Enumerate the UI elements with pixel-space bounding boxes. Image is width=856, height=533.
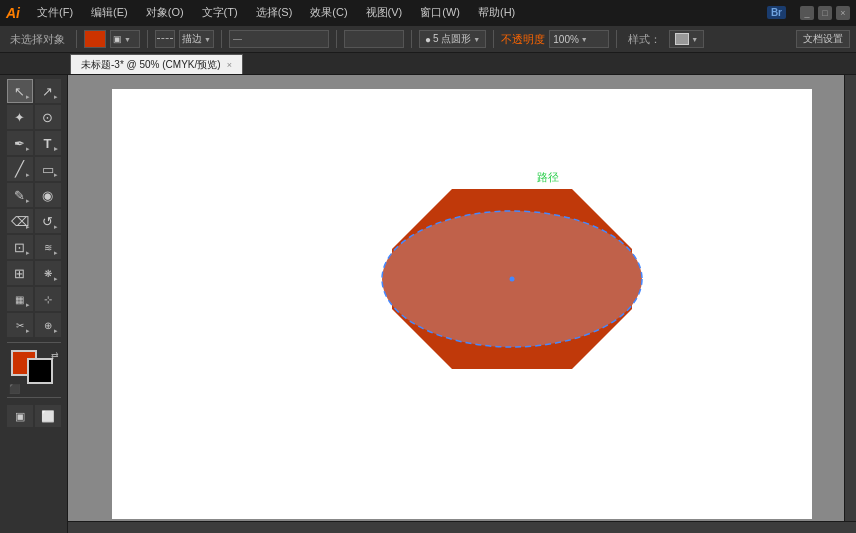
style-label: 样式：: [624, 32, 665, 47]
artboard-tool[interactable]: ⊹: [35, 287, 61, 311]
stroke-width-input: —: [229, 30, 329, 48]
stroke-mode-dropdown[interactable]: 描边 ▼: [179, 30, 214, 48]
menu-file[interactable]: 文件(F): [32, 3, 78, 22]
tab-title: 未标题-3* @ 50% (CMYK/预览): [81, 58, 221, 72]
graph-tool[interactable]: ▦▸: [7, 287, 33, 311]
status-label: 未选择对象: [6, 32, 69, 47]
free-transform-tool[interactable]: ⊞: [7, 261, 33, 285]
pen-tool[interactable]: ✒▸: [7, 131, 33, 155]
lasso-tool[interactable]: ⊙: [35, 105, 61, 129]
style-dropdown[interactable]: ▼: [669, 30, 704, 48]
tab-close-button[interactable]: ×: [227, 60, 232, 70]
canvas-area[interactable]: 路径: [68, 75, 856, 533]
toolbar-sep-7: [616, 30, 617, 48]
tool-row-5: ✎▸ ◉: [7, 183, 61, 207]
toolbar-sep-3: [221, 30, 222, 48]
brush-size-value: 5 点圆形: [433, 32, 471, 46]
eraser-tool[interactable]: ⌫▸: [7, 209, 33, 233]
opacity-input[interactable]: 100% ▼: [549, 30, 609, 48]
horizontal-scrollbar[interactable]: [68, 521, 856, 533]
br-badge[interactable]: Br: [767, 6, 786, 19]
svg-text:路径: 路径: [537, 171, 559, 183]
tool-row-1: ↖▸ ↗▸: [7, 79, 61, 103]
menu-window[interactable]: 窗口(W): [415, 3, 465, 22]
stroke-icon[interactable]: [155, 30, 175, 48]
type-tool[interactable]: T▸: [35, 131, 61, 155]
stroke-color-swatch[interactable]: [27, 358, 53, 384]
fill-mode-dropdown[interactable]: ▣ ▼: [110, 30, 140, 48]
main-area: ↖▸ ↗▸ ✦ ⊙ ✒▸ T▸ ╱▸ ▭▸ ✎▸ ◉ ⌫▸ ↺▸ ⊡▸ ≋▸ ⊞: [0, 75, 856, 533]
toolbox: ↖▸ ↗▸ ✦ ⊙ ✒▸ T▸ ╱▸ ▭▸ ✎▸ ◉ ⌫▸ ↺▸ ⊡▸ ≋▸ ⊞: [0, 75, 68, 533]
toolbar-sep-6: [493, 30, 494, 48]
blob-brush-tool[interactable]: ◉: [35, 183, 61, 207]
toolbar-sep-2: [147, 30, 148, 48]
menu-select[interactable]: 选择(S): [251, 3, 298, 22]
opacity-value: 100%: [553, 34, 579, 45]
brush-size-label: ●: [425, 34, 431, 45]
document-tab[interactable]: 未标题-3* @ 50% (CMYK/预览) ×: [70, 54, 243, 74]
toolbar-sep-4: [336, 30, 337, 48]
stroke-value-input[interactable]: [344, 30, 404, 48]
menu-edit[interactable]: 编辑(E): [86, 3, 133, 22]
tool-row-9: ▦▸ ⊹: [7, 287, 61, 311]
doc-settings-button[interactable]: 文档设置: [796, 30, 850, 48]
toolbar: 未选择对象 ▣ ▼ 描边 ▼ — ● 5 点圆形 ▼ 不透明度 100% ▼ 样…: [0, 25, 856, 53]
tool-row-10: ✂▸ ⊕▸: [7, 313, 61, 337]
tool-row-2: ✦ ⊙: [7, 105, 61, 129]
tab-bar: 未标题-3* @ 50% (CMYK/预览) ×: [0, 53, 856, 75]
canvas-page: 路径: [112, 89, 812, 519]
tool-row-7: ⊡▸ ≋▸: [7, 235, 61, 259]
menu-object[interactable]: 对象(O): [141, 3, 189, 22]
toolbox-sep-2: [7, 397, 61, 398]
minimize-button[interactable]: _: [800, 6, 814, 20]
slice-tool[interactable]: ✂▸: [7, 313, 33, 337]
bottom-tools: ▣ ⬜: [7, 405, 61, 427]
menu-text[interactable]: 文字(T): [197, 3, 243, 22]
title-bar: Ai 文件(F) 编辑(E) 对象(O) 文字(T) 选择(S) 效果(C) 视…: [0, 0, 856, 25]
symbol-tool[interactable]: ❋▸: [35, 261, 61, 285]
window-controls: _ □ ×: [800, 6, 850, 20]
color-area: ⇄ ⬛: [7, 350, 61, 394]
toolbar-sep-5: [411, 30, 412, 48]
svg-point-3: [510, 277, 515, 282]
brush-size-dropdown[interactable]: ● 5 点圆形 ▼: [419, 30, 486, 48]
zoom-tool[interactable]: ⊕▸: [35, 313, 61, 337]
maximize-button[interactable]: □: [818, 6, 832, 20]
presentation-mode-button[interactable]: ⬜: [35, 405, 61, 427]
opacity-label: 不透明度: [501, 32, 545, 47]
scale-tool[interactable]: ⊡▸: [7, 235, 33, 259]
pencil-tool[interactable]: ✎▸: [7, 183, 33, 207]
close-button[interactable]: ×: [836, 6, 850, 20]
menu-effect[interactable]: 效果(C): [305, 3, 352, 22]
shape-svg: 路径: [392, 189, 632, 369]
selection-tool[interactable]: ↖▸: [7, 79, 33, 103]
ai-logo: Ai: [6, 5, 20, 21]
rotate-tool[interactable]: ↺▸: [35, 209, 61, 233]
fill-color-box[interactable]: [84, 30, 106, 48]
change-screen-mode-button[interactable]: ▣: [7, 405, 33, 427]
vertical-scrollbar[interactable]: [844, 75, 856, 533]
menu-help[interactable]: 帮助(H): [473, 3, 520, 22]
stroke-mode-label: 描边: [182, 32, 202, 46]
line-tool[interactable]: ╱▸: [7, 157, 33, 181]
default-colors-icon[interactable]: ⬛: [9, 384, 20, 394]
shape-tool[interactable]: ▭▸: [35, 157, 61, 181]
tool-row-4: ╱▸ ▭▸: [7, 157, 61, 181]
warp-tool[interactable]: ≋▸: [35, 235, 61, 259]
direct-selection-tool[interactable]: ↗▸: [35, 79, 61, 103]
tool-row-6: ⌫▸ ↺▸: [7, 209, 61, 233]
tool-row-8: ⊞ ❋▸: [7, 261, 61, 285]
toolbox-sep-1: [7, 342, 61, 343]
tool-row-3: ✒▸ T▸: [7, 131, 61, 155]
magic-wand-tool[interactable]: ✦: [7, 105, 33, 129]
menu-view[interactable]: 视图(V): [361, 3, 408, 22]
toolbar-sep-1: [76, 30, 77, 48]
